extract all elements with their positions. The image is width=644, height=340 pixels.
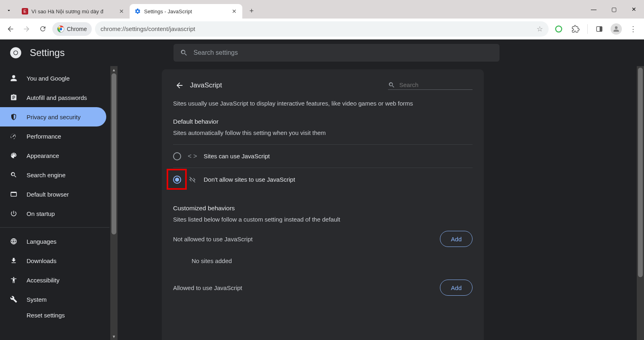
browser-tab[interactable]: E Vì sao Hà Nội sương mù dày đ ✕ [17, 4, 130, 19]
sidebar-scrollbar[interactable]: ▲ ▼ [110, 66, 118, 340]
option-allow-js[interactable]: < > Sites can use JavaScript [173, 144, 473, 168]
tab-favicon: E [22, 8, 28, 15]
sidebar-item-label: System [27, 296, 47, 303]
sidebar-item-label: Reset settings [27, 312, 65, 319]
new-tab-button[interactable]: + [246, 5, 258, 17]
default-behavior-desc: Sites automatically follow this setting … [173, 129, 473, 136]
sidebar-item-label: Performance [27, 133, 61, 140]
sidebar-item-autofill[interactable]: Autofill and passwords [0, 88, 106, 107]
browser-icon [10, 191, 18, 198]
address-bar[interactable]: chrome://settings/content/javascript ☆ [95, 21, 549, 37]
scroll-up-icon[interactable]: ▲ [110, 66, 118, 73]
maximize-button[interactable]: ▢ [604, 0, 624, 19]
site-chip[interactable]: Chrome [52, 22, 92, 36]
sidebar-item-appearance[interactable]: Appearance [0, 146, 106, 165]
sidebar-item-on-startup[interactable]: On startup [0, 204, 106, 223]
sidebar-item-label: Accessibility [27, 277, 60, 284]
scroll-down-icon[interactable]: ▼ [110, 333, 118, 340]
sidebar-item-privacy[interactable]: Privacy and security [0, 107, 106, 126]
svg-point-7 [14, 51, 18, 55]
close-window-button[interactable]: ✕ [624, 0, 644, 19]
sidebar-item-performance[interactable]: Performance [0, 126, 106, 146]
kebab-menu-icon[interactable]: ⋮ [626, 22, 640, 36]
radio-button-selected[interactable] [173, 176, 181, 184]
svg-line-8 [190, 177, 195, 182]
sidebar-item-reset[interactable]: Reset settings [0, 309, 106, 321]
extensions-puzzle-icon[interactable] [569, 22, 582, 36]
sidebar-item-default-browser[interactable]: Default browser [0, 185, 106, 204]
tab-close-icon[interactable]: ✕ [118, 8, 125, 15]
sidebar-item-accessibility[interactable]: Accessibility [0, 270, 106, 290]
page-header: Settings Search settings [0, 39, 644, 66]
search-icon [388, 81, 395, 89]
sidebar-item-languages[interactable]: Languages [0, 232, 106, 251]
search-placeholder: Search settings [194, 49, 238, 56]
sidebar-item-label: Languages [27, 238, 56, 245]
browser-titlebar: E Vì sao Hà Nội sương mù dày đ ✕ Setting… [0, 0, 644, 19]
sidebar-item-label: Default browser [27, 191, 69, 198]
tab-close-icon[interactable]: ✕ [231, 8, 237, 15]
extension-icon[interactable] [552, 22, 566, 36]
sidebar-item-label: Downloads [27, 257, 56, 264]
chrome-logo-icon [10, 47, 22, 59]
bookmark-star-icon[interactable]: ☆ [537, 25, 543, 33]
scrollbar-thumb[interactable] [638, 68, 643, 277]
sidebar-divider [0, 227, 109, 228]
sidebar-item-label: You and Google [27, 75, 70, 82]
sidebar-item-label: Autofill and passwords [27, 94, 87, 101]
settings-card: JavaScript Sites usually use JavaScript … [162, 69, 484, 340]
code-off-icon [188, 176, 196, 183]
back-arrow-button[interactable] [173, 79, 186, 92]
accessibility-icon [10, 276, 18, 284]
back-button[interactable] [4, 23, 17, 35]
option-label: Don't allow sites to use JavaScript [204, 176, 295, 183]
sidebar-item-system[interactable]: System [0, 290, 106, 309]
search-icon [180, 49, 188, 57]
inline-search[interactable] [388, 81, 473, 90]
tab-search-dropdown[interactable] [3, 5, 14, 16]
custom-behaviors-title: Customized behaviors [173, 205, 473, 212]
profile-avatar[interactable] [609, 22, 623, 36]
shield-icon [10, 113, 18, 120]
tab-label: Vì sao Hà Nội sương mù dày đ [31, 8, 115, 15]
sidebar-item-label: Search engine [27, 172, 66, 178]
scrollbar-thumb[interactable] [111, 73, 116, 234]
reload-button[interactable] [36, 23, 49, 35]
radio-button[interactable] [173, 152, 181, 160]
add-not-allowed-button[interactable]: Add [440, 231, 473, 247]
sidebar-item-you-and-google[interactable]: You and Google [0, 68, 106, 88]
main-scrollbar[interactable] [637, 66, 644, 340]
sidepanel-icon[interactable] [592, 22, 606, 36]
wrench-icon [10, 296, 18, 303]
window-controls: — ▢ ✕ [584, 0, 644, 19]
page-title: Settings [30, 47, 65, 58]
forward-button[interactable] [20, 23, 33, 35]
globe-icon [10, 238, 18, 245]
clipboard-icon [10, 94, 18, 101]
chip-label: Chrome [67, 26, 87, 32]
sidebar: You and Google Autofill and passwords Pr… [0, 66, 118, 340]
minimize-button[interactable]: — [584, 0, 604, 19]
browser-tab-active[interactable]: Settings - JavaScript ✕ [130, 4, 242, 19]
sidebar-item-label: Privacy and security [27, 114, 80, 120]
speedometer-icon [10, 133, 18, 140]
svg-rect-4 [600, 27, 602, 31]
download-icon [10, 257, 18, 264]
search-settings-input[interactable]: Search settings [173, 44, 500, 62]
default-behavior-title: Default behavior [173, 118, 473, 125]
option-label: Sites can use JavaScript [204, 153, 270, 160]
inline-search-input[interactable] [399, 81, 464, 88]
allowed-label: Allowed to use JavaScript [173, 284, 242, 291]
intro-text: Sites usually use JavaScript to display … [173, 100, 473, 107]
palette-icon [10, 152, 18, 159]
custom-behaviors-desc: Sites listed below follow a custom setti… [173, 216, 473, 223]
content-area: JavaScript Sites usually use JavaScript … [118, 66, 644, 340]
option-block-js[interactable]: Don't allow sites to use JavaScript [173, 168, 473, 191]
add-allowed-button[interactable]: Add [440, 280, 473, 296]
not-allowed-label: Not allowed to use JavaScript [173, 236, 253, 243]
sidebar-item-search-engine[interactable]: Search engine [0, 165, 106, 185]
search-icon [10, 171, 18, 178]
browser-toolbar: Chrome chrome://settings/content/javascr… [0, 19, 644, 39]
power-icon [10, 210, 18, 217]
sidebar-item-downloads[interactable]: Downloads [0, 251, 106, 270]
